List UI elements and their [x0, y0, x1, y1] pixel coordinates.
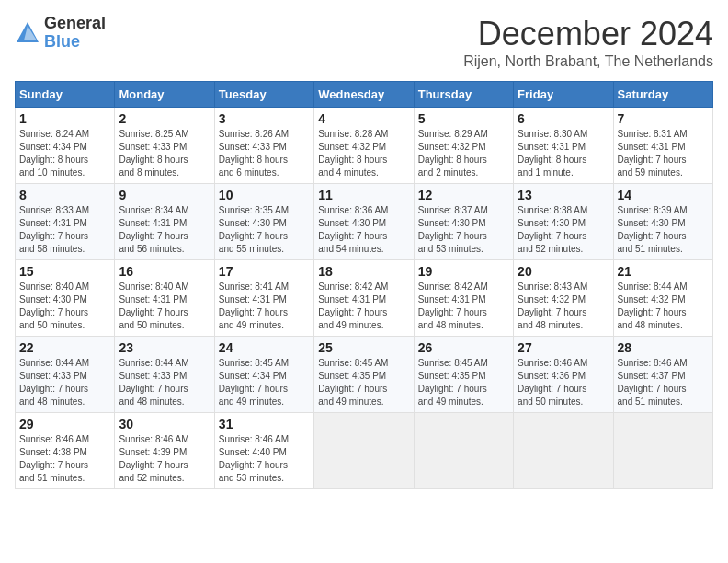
calendar-cell: 6 Sunrise: 8:30 AMSunset: 4:31 PMDayligh…	[514, 108, 613, 184]
day-detail: Sunrise: 8:40 AMSunset: 4:30 PMDaylight:…	[19, 281, 110, 332]
day-number: 30	[119, 417, 210, 431]
weekday-header-wednesday: Wednesday	[314, 82, 414, 108]
day-detail: Sunrise: 8:43 AMSunset: 4:32 PMDaylight:…	[518, 281, 609, 332]
logo-text: General Blue	[44, 15, 106, 52]
day-detail: Sunrise: 8:45 AMSunset: 4:35 PMDaylight:…	[418, 357, 509, 408]
day-detail: Sunrise: 8:24 AMSunset: 4:34 PMDaylight:…	[19, 128, 110, 179]
day-number: 6	[518, 111, 609, 126]
day-number: 27	[518, 340, 609, 355]
day-number: 7	[618, 111, 709, 126]
calendar-cell: 10 Sunrise: 8:35 AMSunset: 4:30 PMDaylig…	[214, 184, 313, 260]
day-detail: Sunrise: 8:46 AMSunset: 4:37 PMDaylight:…	[618, 357, 709, 408]
calendar-cell: 23 Sunrise: 8:44 AMSunset: 4:33 PMDaylig…	[115, 337, 214, 413]
day-detail: Sunrise: 8:29 AMSunset: 4:32 PMDaylight:…	[418, 128, 509, 179]
day-detail: Sunrise: 8:42 AMSunset: 4:31 PMDaylight:…	[418, 281, 509, 332]
day-detail: Sunrise: 8:38 AMSunset: 4:30 PMDaylight:…	[518, 204, 609, 256]
weekday-header-thursday: Thursday	[414, 82, 513, 108]
day-detail: Sunrise: 8:35 AMSunset: 4:30 PMDaylight:…	[219, 204, 310, 256]
day-number: 24	[219, 340, 310, 355]
calendar-cell: 12 Sunrise: 8:37 AMSunset: 4:30 PMDaylig…	[414, 184, 513, 260]
calendar-cell	[514, 413, 613, 489]
day-detail: Sunrise: 8:26 AMSunset: 4:33 PMDaylight:…	[219, 128, 310, 179]
location: Rijen, North Brabant, The Netherlands	[463, 53, 713, 70]
day-detail: Sunrise: 8:46 AMSunset: 4:36 PMDaylight:…	[518, 357, 609, 408]
day-detail: Sunrise: 8:46 AMSunset: 4:40 PMDaylight:…	[219, 433, 310, 485]
calendar-cell	[613, 413, 712, 489]
logo-line1: General	[44, 15, 106, 33]
day-number: 1	[19, 111, 110, 126]
calendar-cell: 7 Sunrise: 8:31 AMSunset: 4:31 PMDayligh…	[613, 108, 712, 184]
day-detail: Sunrise: 8:44 AMSunset: 4:33 PMDaylight:…	[119, 357, 210, 408]
day-number: 11	[318, 188, 409, 202]
month-title: December 2024	[463, 15, 713, 53]
calendar-cell: 4 Sunrise: 8:28 AMSunset: 4:32 PMDayligh…	[314, 108, 414, 184]
calendar-cell: 27 Sunrise: 8:46 AMSunset: 4:36 PMDaylig…	[514, 337, 613, 413]
calendar-cell: 17 Sunrise: 8:41 AMSunset: 4:31 PMDaylig…	[214, 260, 313, 337]
calendar-cell: 20 Sunrise: 8:43 AMSunset: 4:32 PMDaylig…	[514, 260, 613, 337]
day-number: 14	[618, 188, 709, 202]
day-number: 12	[418, 188, 509, 202]
calendar-cell	[414, 413, 513, 489]
calendar-cell: 28 Sunrise: 8:46 AMSunset: 4:37 PMDaylig…	[613, 337, 712, 413]
logo: General Blue	[15, 15, 106, 52]
calendar-cell: 19 Sunrise: 8:42 AMSunset: 4:31 PMDaylig…	[414, 260, 513, 337]
calendar-cell: 9 Sunrise: 8:34 AMSunset: 4:31 PMDayligh…	[115, 184, 214, 260]
day-detail: Sunrise: 8:45 AMSunset: 4:34 PMDaylight:…	[219, 357, 310, 408]
calendar-cell: 3 Sunrise: 8:26 AMSunset: 4:33 PMDayligh…	[214, 108, 313, 184]
calendar-week-row: 22 Sunrise: 8:44 AMSunset: 4:33 PMDaylig…	[16, 337, 713, 413]
day-detail: Sunrise: 8:46 AMSunset: 4:38 PMDaylight:…	[19, 433, 110, 485]
day-detail: Sunrise: 8:44 AMSunset: 4:33 PMDaylight:…	[19, 357, 110, 408]
calendar-cell: 1 Sunrise: 8:24 AMSunset: 4:34 PMDayligh…	[16, 108, 115, 184]
calendar-cell: 18 Sunrise: 8:42 AMSunset: 4:31 PMDaylig…	[314, 260, 414, 337]
weekday-header-tuesday: Tuesday	[214, 82, 313, 108]
logo-line2: Blue	[44, 33, 106, 52]
calendar-cell: 11 Sunrise: 8:36 AMSunset: 4:30 PMDaylig…	[314, 184, 414, 260]
day-detail: Sunrise: 8:28 AMSunset: 4:32 PMDaylight:…	[318, 128, 409, 179]
day-number: 23	[119, 340, 210, 355]
day-number: 10	[219, 188, 310, 202]
day-number: 5	[418, 111, 509, 126]
title-area: December 2024 Rijen, North Brabant, The …	[463, 15, 713, 70]
calendar-cell: 5 Sunrise: 8:29 AMSunset: 4:32 PMDayligh…	[414, 108, 513, 184]
day-number: 25	[318, 340, 409, 355]
day-detail: Sunrise: 8:44 AMSunset: 4:32 PMDaylight:…	[618, 281, 709, 332]
calendar-cell: 21 Sunrise: 8:44 AMSunset: 4:32 PMDaylig…	[613, 260, 712, 337]
day-detail: Sunrise: 8:34 AMSunset: 4:31 PMDaylight:…	[119, 204, 210, 256]
day-detail: Sunrise: 8:25 AMSunset: 4:33 PMDaylight:…	[119, 128, 210, 179]
calendar-cell: 29 Sunrise: 8:46 AMSunset: 4:38 PMDaylig…	[16, 413, 115, 489]
day-detail: Sunrise: 8:39 AMSunset: 4:30 PMDaylight:…	[618, 204, 709, 256]
calendar-cell: 13 Sunrise: 8:38 AMSunset: 4:30 PMDaylig…	[514, 184, 613, 260]
weekday-header-friday: Friday	[514, 82, 613, 108]
calendar-body: 1 Sunrise: 8:24 AMSunset: 4:34 PMDayligh…	[16, 108, 713, 489]
calendar-cell: 26 Sunrise: 8:45 AMSunset: 4:35 PMDaylig…	[414, 337, 513, 413]
calendar-cell: 15 Sunrise: 8:40 AMSunset: 4:30 PMDaylig…	[16, 260, 115, 337]
calendar-header: SundayMondayTuesdayWednesdayThursdayFrid…	[16, 82, 713, 108]
calendar-table: SundayMondayTuesdayWednesdayThursdayFrid…	[15, 81, 713, 489]
day-number: 18	[318, 264, 409, 279]
day-number: 22	[19, 340, 110, 355]
day-number: 3	[219, 111, 310, 126]
day-detail: Sunrise: 8:40 AMSunset: 4:31 PMDaylight:…	[119, 281, 210, 332]
day-detail: Sunrise: 8:41 AMSunset: 4:31 PMDaylight:…	[219, 281, 310, 332]
calendar-cell: 25 Sunrise: 8:45 AMSunset: 4:35 PMDaylig…	[314, 337, 414, 413]
calendar-cell: 8 Sunrise: 8:33 AMSunset: 4:31 PMDayligh…	[16, 184, 115, 260]
weekday-header-monday: Monday	[115, 82, 214, 108]
day-number: 19	[418, 264, 509, 279]
day-number: 26	[418, 340, 509, 355]
calendar-week-row: 15 Sunrise: 8:40 AMSunset: 4:30 PMDaylig…	[16, 260, 713, 337]
day-detail: Sunrise: 8:31 AMSunset: 4:31 PMDaylight:…	[618, 128, 709, 179]
calendar-cell: 2 Sunrise: 8:25 AMSunset: 4:33 PMDayligh…	[115, 108, 214, 184]
weekday-header-sunday: Sunday	[16, 82, 115, 108]
day-detail: Sunrise: 8:37 AMSunset: 4:30 PMDaylight:…	[418, 204, 509, 256]
day-detail: Sunrise: 8:46 AMSunset: 4:39 PMDaylight:…	[119, 433, 210, 485]
day-number: 20	[518, 264, 609, 279]
header: General Blue December 2024 Rijen, North …	[15, 15, 713, 70]
weekday-header-saturday: Saturday	[613, 82, 712, 108]
calendar-cell: 22 Sunrise: 8:44 AMSunset: 4:33 PMDaylig…	[16, 337, 115, 413]
day-number: 16	[119, 264, 210, 279]
calendar-cell: 31 Sunrise: 8:46 AMSunset: 4:40 PMDaylig…	[214, 413, 313, 489]
day-number: 8	[19, 188, 110, 202]
day-number: 2	[119, 111, 210, 126]
calendar-cell: 30 Sunrise: 8:46 AMSunset: 4:39 PMDaylig…	[115, 413, 214, 489]
day-detail: Sunrise: 8:30 AMSunset: 4:31 PMDaylight:…	[518, 128, 609, 179]
